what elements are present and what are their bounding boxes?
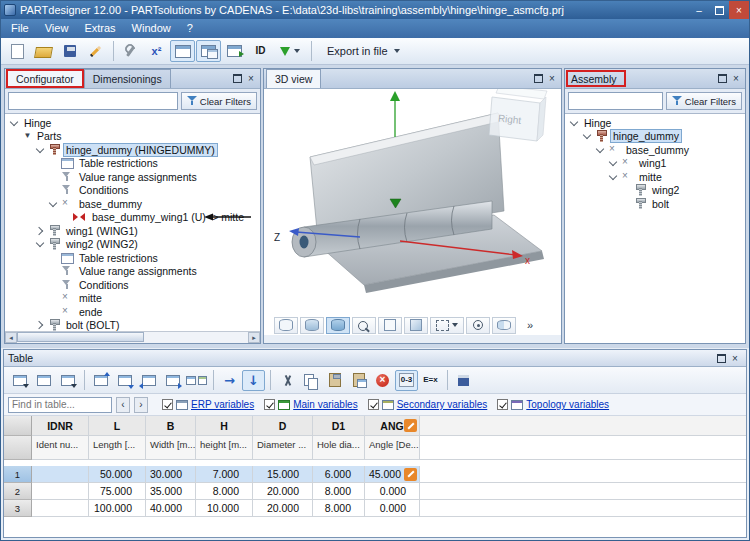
assembly-node-mitte[interactable]: mitte xyxy=(565,170,745,184)
cell-h[interactable]: 10.000 xyxy=(196,500,253,517)
table-close-icon[interactable]: × xyxy=(728,351,742,365)
cut-button[interactable] xyxy=(275,370,298,391)
configurator-node-ende[interactable]: ende xyxy=(5,305,260,319)
cell-idnr[interactable] xyxy=(32,500,89,517)
id-badge-button[interactable] xyxy=(248,40,273,62)
assembly-node-wing2[interactable]: wing2 xyxy=(565,184,745,198)
table-row-1[interactable]: 150.00030.0007.00015.0006.00045.000 xyxy=(4,466,746,483)
menu-extras[interactable]: Extras xyxy=(76,19,123,38)
column-header-d[interactable]: D xyxy=(253,416,313,436)
rotation-center-button[interactable] xyxy=(466,317,490,334)
table-menu-button[interactable] xyxy=(8,370,31,391)
col-left-button[interactable] xyxy=(137,370,160,391)
save-button[interactable] xyxy=(57,40,82,62)
configurator-node-table-restrictions[interactable]: Table restrictions xyxy=(5,157,260,171)
panel-close-icon[interactable]: × xyxy=(244,72,258,86)
cube-light-button[interactable] xyxy=(378,317,402,334)
move-right-button[interactable] xyxy=(218,370,241,391)
tab-dimensionings[interactable]: Dimensionings xyxy=(84,69,171,88)
merge-tables-button[interactable] xyxy=(185,370,208,391)
move-down-button[interactable] xyxy=(242,370,265,391)
configurator-node-wing2-wing2[interactable]: wing2 (WING2) xyxy=(5,238,260,252)
cylinder-wire-button[interactable] xyxy=(274,317,298,334)
column-header-idnr[interactable]: IDNR xyxy=(32,416,89,436)
cube-shaded-button[interactable] xyxy=(404,317,428,334)
assembly-node-wing1[interactable]: wing1 xyxy=(565,157,745,171)
filter-link[interactable]: Main variables xyxy=(293,399,357,410)
expander-icon[interactable] xyxy=(581,130,594,142)
column-header-h[interactable]: H xyxy=(196,416,253,436)
zoom-fit-button[interactable] xyxy=(352,317,376,334)
assembly-node-bolt[interactable]: bolt xyxy=(565,197,745,211)
cell-b[interactable]: 40.000 xyxy=(146,500,196,517)
menu-help[interactable]: ? xyxy=(179,19,201,38)
find-previous-button[interactable]: ‹ xyxy=(116,397,130,413)
assembly-clear-filters-button[interactable]: Clear Filters xyxy=(666,92,742,110)
scroll-left-button[interactable]: ◂ xyxy=(5,332,17,343)
column-header-l[interactable]: L xyxy=(89,416,146,436)
cell-d[interactable]: 20.000 xyxy=(253,500,313,517)
expander-icon[interactable] xyxy=(34,319,47,331)
panel-float-icon[interactable] xyxy=(230,72,244,86)
cell-l[interactable]: 75.000 xyxy=(89,483,146,500)
filter-main-variables[interactable]: Main variables xyxy=(264,399,357,410)
panel-float-icon[interactable] xyxy=(531,72,545,86)
tab-3d-view[interactable]: 3D view xyxy=(266,69,321,88)
table-view-button[interactable] xyxy=(170,40,195,62)
filter-erp-variables[interactable]: ERP variables xyxy=(162,399,254,410)
cell-d1[interactable]: 8.000 xyxy=(313,500,365,517)
edit-pencil-icon[interactable] xyxy=(404,419,417,432)
table-edit-button[interactable] xyxy=(56,370,79,391)
expander-icon[interactable] xyxy=(34,144,47,156)
expander-icon[interactable] xyxy=(607,171,620,183)
close-button[interactable]: × xyxy=(729,1,749,19)
filter-topology-variables[interactable]: Topology variables xyxy=(497,399,609,410)
cell-h[interactable]: 8.000 xyxy=(196,483,253,500)
column-header-b[interactable]: B xyxy=(146,416,196,436)
filter-link[interactable]: Secondary variables xyxy=(397,399,488,410)
cell-l[interactable]: 100.000 xyxy=(89,500,146,517)
cell-l[interactable]: 50.000 xyxy=(89,466,146,483)
expander-icon[interactable] xyxy=(607,157,620,169)
table-row-2[interactable]: 275.00035.0008.00020.0008.0000.000 xyxy=(4,483,746,500)
configurator-node-bolt-bolt[interactable]: bolt (BOLT) xyxy=(5,319,260,332)
menu-view[interactable]: View xyxy=(37,19,77,38)
expander-icon[interactable] xyxy=(8,117,21,129)
configurator-node-hinge-dummy-hingedummy[interactable]: hinge_dummy (HINGEDUMMY) xyxy=(5,143,260,157)
configurator-node-base-dummy[interactable]: base_dummy xyxy=(5,197,260,211)
configurator-node-parts[interactable]: ▼Parts xyxy=(5,130,260,144)
expander-icon[interactable] xyxy=(34,238,47,250)
expander-icon[interactable] xyxy=(594,144,607,156)
column-header-d1[interactable]: D1 xyxy=(313,416,365,436)
cell-d1[interactable]: 8.000 xyxy=(313,483,365,500)
3d-viewport[interactable]: x Z Right xyxy=(264,89,561,315)
variable-x2-button[interactable] xyxy=(144,40,169,62)
assembly-node-base-dummy[interactable]: base_dummy xyxy=(565,143,745,157)
checkbox-secondary-variables[interactable] xyxy=(368,399,379,410)
scroll-thumb[interactable] xyxy=(17,332,144,342)
cell-ang[interactable]: 45.000 xyxy=(365,466,420,483)
cell-b[interactable]: 30.000 xyxy=(146,466,196,483)
paste-special-button[interactable] xyxy=(347,370,370,391)
menu-file[interactable]: File xyxy=(3,19,37,38)
overflow-button[interactable] xyxy=(518,317,542,334)
cell-b[interactable]: 35.000 xyxy=(146,483,196,500)
panel-close-icon[interactable]: × xyxy=(545,72,559,86)
cell-idnr[interactable] xyxy=(32,466,89,483)
expander-icon[interactable]: ▼ xyxy=(21,130,34,142)
cell-d1[interactable]: 6.000 xyxy=(313,466,365,483)
cell-d[interactable]: 15.000 xyxy=(253,466,313,483)
find-next-button[interactable]: › xyxy=(134,397,148,413)
new-document-button[interactable] xyxy=(5,40,30,62)
table-new-button[interactable] xyxy=(32,370,55,391)
scroll-right-button[interactable]: ▸ xyxy=(248,332,260,343)
assembly-node-hinge[interactable]: Hinge xyxy=(565,116,745,130)
panel-float-icon[interactable] xyxy=(715,72,729,86)
configurator-node-mitte[interactable]: mitte xyxy=(5,292,260,306)
panel-close-icon[interactable]: × xyxy=(729,72,743,86)
configurator-node-hinge[interactable]: Hinge xyxy=(5,116,260,130)
cell-ang[interactable]: 0.000 xyxy=(365,483,420,500)
configurator-node-table-restrictions[interactable]: Table restrictions xyxy=(5,251,260,265)
scroll-track[interactable] xyxy=(17,332,248,343)
save-button[interactable] xyxy=(452,370,475,391)
